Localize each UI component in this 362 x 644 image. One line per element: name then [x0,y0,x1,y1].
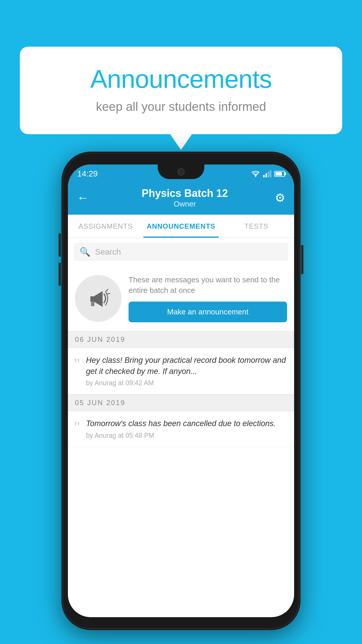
tabs-bar: ASSIGNMENTS ANNOUNCEMENTS TESTS [68,215,294,238]
quote-icon-2: " [74,419,80,435]
promo-icon-circle [75,275,122,322]
phone-mockup: 14:29 [61,152,301,630]
promo-description: These are messages you want to send to t… [129,274,287,296]
signal-icon [263,170,271,177]
app-bar-title: Physics Batch 12 [95,187,275,200]
svg-rect-2 [266,173,267,177]
phone-screen: 14:29 [68,164,294,617]
date-separator-2: 05 JUN 2019 [68,394,294,411]
speech-bubble-container: Announcements keep all your students inf… [20,47,342,134]
status-time: 14:29 [77,169,98,178]
announcement-meta-1: by Anurag at 09:42 AM [86,379,288,387]
search-container: 🔍 Search [68,238,294,266]
wifi-icon [251,171,260,177]
quote-icon-1: " [74,356,80,372]
speech-bubble-title: Announcements [43,64,319,94]
svg-rect-1 [263,175,265,177]
speech-bubble: Announcements keep all your students inf… [20,47,342,134]
svg-rect-4 [270,170,271,177]
app-bar: ← Physics Batch 12 Owner ⚙ [68,181,294,215]
power-button [301,245,303,274]
volume-down-button [59,262,61,286]
speech-bubble-subtitle: keep all your students informed [43,100,319,114]
svg-rect-3 [268,172,269,177]
announcement-meta-2: by Anurag at 05:48 PM [86,432,288,440]
search-input[interactable]: Search [95,247,121,257]
announcement-item-1[interactable]: " Hey class! Bring your practical record… [68,348,294,395]
announcement-promo: These are messages you want to send to t… [68,266,294,331]
announcement-content-1: Hey class! Bring your practical record b… [86,355,288,387]
make-announcement-button[interactable]: Make an announcement [129,302,287,322]
svg-point-0 [255,176,256,177]
search-bar[interactable]: 🔍 Search [74,243,288,261]
notch [158,164,204,179]
app-bar-subtitle: Owner [95,200,275,209]
tab-announcements[interactable]: ANNOUNCEMENTS [143,215,219,238]
svg-line-7 [107,293,110,294]
announcement-item-2[interactable]: " Tomorrow's class has been cancelled du… [68,411,294,447]
date-separator-1: 06 JUN 2019 [68,331,294,348]
settings-icon[interactable]: ⚙ [275,191,285,204]
search-icon: 🔍 [80,247,90,257]
app-bar-title-section: Physics Batch 12 Owner [95,187,275,209]
volume-up-button [59,233,61,257]
announcement-text-2: Tomorrow's class has been cancelled due … [86,418,288,429]
megaphone-icon [85,285,111,312]
announcement-content-2: Tomorrow's class has been cancelled due … [86,418,288,440]
back-button[interactable]: ← [77,191,89,205]
battery-icon [274,171,285,177]
announcement-text-1: Hey class! Bring your practical record b… [86,355,288,377]
status-icons [251,170,285,177]
tab-tests[interactable]: TESTS [219,215,294,238]
camera [177,168,185,176]
svg-line-6 [106,289,108,291]
tab-assignments[interactable]: ASSIGNMENTS [68,215,143,238]
promo-content: These are messages you want to send to t… [129,274,287,322]
phone-body: 14:29 [61,152,301,630]
svg-rect-5 [91,302,94,306]
